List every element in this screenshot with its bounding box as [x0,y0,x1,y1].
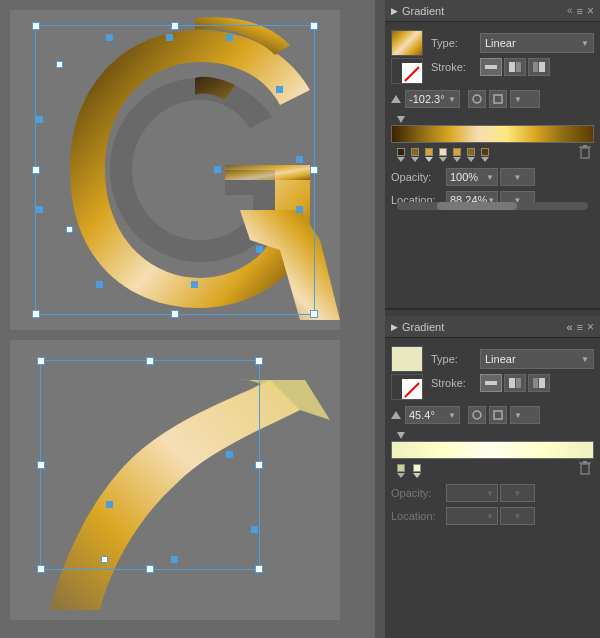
angle-triangle-bottom [391,411,401,419]
trash-icon-top[interactable] [578,144,592,162]
svg-rect-17 [581,464,589,474]
type-row-top: Type: Linear ▼ Stroke: [391,30,594,84]
angle-arrow-top: ▼ [448,95,456,104]
gold-stroke-svg [10,340,340,620]
double-chevron-top[interactable]: « [567,5,573,16]
opacity-row-top: Opacity: 100% ▼ ▼ [391,168,594,186]
panel-content-top: Type: Linear ▼ Stroke: [385,22,600,222]
stop-b1[interactable] [397,464,405,478]
stop-top-b1[interactable] [397,432,405,439]
svg-rect-12 [516,378,521,388]
stroke-btn-b1[interactable] [480,374,502,392]
stop-6[interactable] [467,148,475,162]
menu-icon-bottom[interactable]: ≡ [577,321,583,333]
canvas-area [0,0,375,638]
svg-rect-3 [533,62,538,72]
gradient-bar-top[interactable] [391,125,594,143]
aspect-btn-b2[interactable] [489,406,507,424]
svg-rect-11 [509,378,515,388]
stop-7[interactable] [481,148,489,162]
color-swatch-fill-top[interactable] [391,30,423,56]
stroke-btn-1[interactable] [480,58,502,76]
panel-header-top: ▶ Gradient « ≡ × [385,0,600,22]
dropdown-arrow-top: ▼ [581,39,589,48]
svg-rect-9 [583,145,587,147]
type-dropdown-top[interactable]: Linear ▼ [480,33,594,53]
gradient-bar-bottom[interactable] [391,441,594,459]
angle-input-bottom[interactable]: 45.4° ▼ [405,406,460,424]
opacity-row-bottom: Opacity: ▼ ▼ [391,484,594,502]
opacity-select-bottom[interactable]: ▼ [500,484,535,502]
close-btn-bottom[interactable]: × [587,320,594,334]
color-swatch-stroke-top[interactable] [391,58,423,84]
aspect-dd-arrow: ▼ [514,95,522,104]
stop-top-1[interactable] [397,116,405,123]
panel-icons-bottom: « ≡ × [566,320,594,334]
location-input-bottom[interactable]: ▼ [446,507,498,525]
location-row-bottom: Location: ▼ ▼ [391,507,594,525]
panel-area: ▶ Gradient « ≡ × [385,0,600,638]
aspect-btn-2[interactable] [489,90,507,108]
stroke-btn-3[interactable] [528,58,550,76]
gradient-panel-bottom: ▶ Gradient « ≡ × [385,316,600,638]
svg-rect-0 [485,65,497,69]
aspect-icons-bottom: ▼ [468,406,540,424]
svg-rect-10 [485,381,497,385]
location-label-bottom: Location: [391,510,446,522]
panel-title-text-top: Gradient [402,5,444,17]
artwork-bottom [10,340,340,620]
stroke-btn-2[interactable] [504,58,526,76]
opacity-input-top[interactable]: 100% ▼ [446,168,498,186]
opacity-label-bottom: Opacity: [391,487,446,499]
trash-icon-bottom[interactable] [578,460,592,478]
type-dropdown-bottom[interactable]: Linear ▼ [480,349,594,369]
scrollbar-thumb-top[interactable] [437,202,517,210]
opacity-dd-top: ▼ [514,173,522,182]
stroke-label-top: Stroke: [431,61,476,73]
panel-arrow-bottom: ▶ [391,322,398,332]
svg-point-5 [473,95,481,103]
svg-rect-4 [539,62,545,72]
color-swatch-stroke-bottom[interactable] [391,374,423,400]
gold-g-svg [10,10,340,330]
aspect-btn-1[interactable] [468,90,486,108]
location-arrow-bottom: ▼ [486,512,494,521]
artwork-top [10,10,340,330]
svg-point-15 [473,411,481,419]
stop-5[interactable] [453,148,461,162]
panel-arrow-top: ▶ [391,6,398,16]
stroke-label-bottom: Stroke: [431,377,476,389]
angle-row-top: -102.3° ▼ ▼ [391,90,594,108]
panel-icons-top: « ≡ × [567,4,594,18]
aspect-btn-b1[interactable] [468,406,486,424]
svg-rect-13 [533,378,538,388]
stop-3[interactable] [425,148,433,162]
double-chevron-bottom[interactable]: « [566,321,572,333]
opacity-input-bottom[interactable]: ▼ [446,484,498,502]
opacity-label-top: Opacity: [391,171,446,183]
panel-title-bottom: ▶ Gradient [391,321,444,333]
stop-4[interactable] [439,148,447,162]
aspect-dd-arrow-b: ▼ [514,411,522,420]
scrollbar-top[interactable] [397,202,588,210]
stroke-btn-b3[interactable] [528,374,550,392]
stop-b2[interactable] [413,464,421,478]
dropdown-arrow-bottom: ▼ [581,355,589,364]
stop-1[interactable] [397,148,405,162]
location-select-bottom[interactable]: ▼ [500,507,535,525]
opacity-arrow-bottom: ▼ [486,489,494,498]
svg-rect-19 [583,461,587,463]
stop-2[interactable] [411,148,419,162]
aspect-dropdown-top[interactable]: ▼ [510,90,540,108]
angle-input-top[interactable]: -102.3° ▼ [405,90,460,108]
angle-triangle-top [391,95,401,103]
opacity-dd-bottom: ▼ [514,489,522,498]
aspect-dropdown-bottom[interactable]: ▼ [510,406,540,424]
menu-icon-top[interactable]: ≡ [577,5,583,17]
stroke-btn-b2[interactable] [504,374,526,392]
opacity-select-top[interactable]: ▼ [500,168,535,186]
panel-title-top: ▶ Gradient [391,5,444,17]
color-swatch-fill-bottom[interactable] [391,346,423,372]
close-btn-top[interactable]: × [587,4,594,18]
panel-header-bottom: ▶ Gradient « ≡ × [385,316,600,338]
